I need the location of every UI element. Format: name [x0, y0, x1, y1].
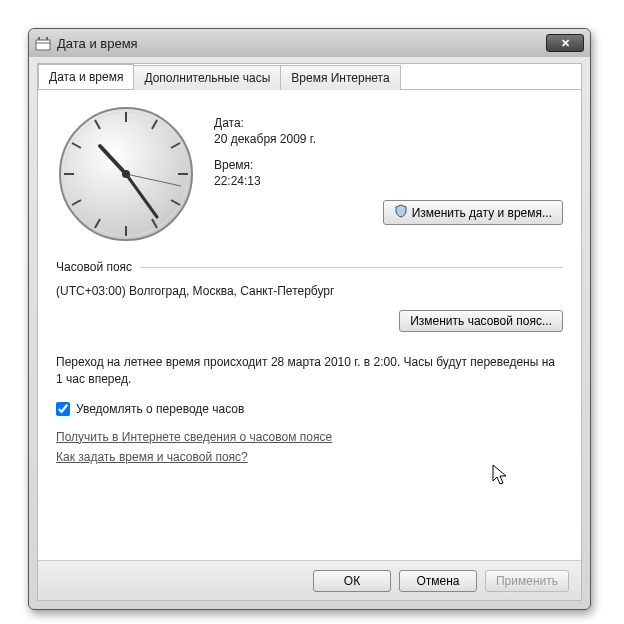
link-timezone-info[interactable]: Получить в Интернете сведения о часовом …	[56, 430, 563, 444]
date-time-info: Дата: 20 декабря 2009 г. Время: 22:24:13…	[214, 104, 563, 244]
tab-additional-clocks[interactable]: Дополнительные часы	[133, 65, 281, 90]
shield-icon	[394, 204, 408, 221]
notify-dst-checkbox[interactable]	[56, 402, 70, 416]
ok-button[interactable]: ОК	[313, 570, 391, 592]
divider	[140, 267, 563, 268]
apply-button[interactable]: Применить	[485, 570, 569, 592]
dialog-footer: ОК Отмена Применить	[38, 560, 581, 600]
window-title: Дата и время	[57, 36, 138, 51]
link-how-to-set[interactable]: Как задать время и часовой пояс?	[56, 450, 563, 464]
date-time-dialog: Дата и время ✕ Дата и время Дополнительн…	[28, 28, 591, 610]
svg-rect-3	[46, 37, 48, 40]
analog-clock	[56, 104, 196, 244]
change-timezone-button[interactable]: Изменить часовой пояс...	[399, 310, 563, 332]
titlebar[interactable]: Дата и время ✕	[29, 29, 590, 57]
time-value: 22:24:13	[214, 174, 563, 188]
date-label: Дата:	[214, 116, 563, 130]
tab-date-time[interactable]: Дата и время	[38, 64, 134, 89]
change-date-time-button[interactable]: Изменить дату и время...	[383, 200, 563, 225]
time-label: Время:	[214, 158, 563, 172]
notify-dst-label: Уведомлять о переводе часов	[76, 402, 244, 416]
cancel-button[interactable]: Отмена	[399, 570, 477, 592]
tab-body: Дата: 20 декабря 2009 г. Время: 22:24:13…	[38, 90, 581, 560]
dst-description: Переход на летнее время происходит 28 ма…	[56, 354, 563, 388]
svg-rect-0	[36, 40, 50, 50]
client-area: Дата и время Дополнительные часы Время И…	[37, 63, 582, 601]
close-button[interactable]: ✕	[546, 34, 584, 52]
close-icon: ✕	[561, 37, 570, 50]
svg-rect-2	[38, 37, 40, 40]
date-value: 20 декабря 2009 г.	[214, 132, 563, 146]
timezone-heading: Часовой пояс	[56, 260, 132, 274]
clock-icon	[35, 35, 51, 51]
timezone-value: (UTC+03:00) Волгоград, Москва, Санкт-Пет…	[56, 284, 563, 298]
tab-strip: Дата и время Дополнительные часы Время И…	[38, 64, 581, 90]
svg-point-21	[122, 170, 130, 178]
tab-internet-time[interactable]: Время Интернета	[280, 65, 400, 90]
